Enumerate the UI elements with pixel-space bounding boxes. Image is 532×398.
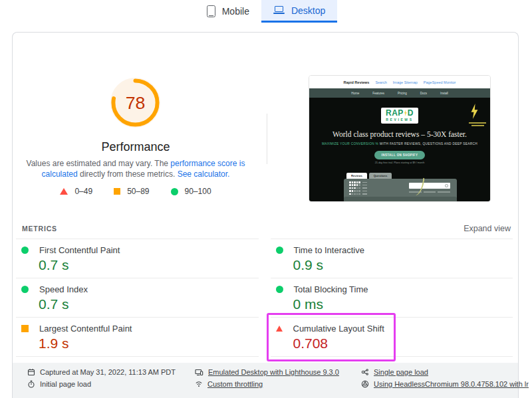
metric-cumulative-layout-shift: Cumulative Layout Shift 0.708 bbox=[271, 317, 513, 357]
logo-text: D bbox=[408, 109, 414, 117]
fail-triangle-icon bbox=[60, 188, 68, 195]
questions-tab: Questions bbox=[369, 173, 392, 179]
chromium-version-link[interactable]: Using HeadlessChromium 98.0.4758.102 wit… bbox=[374, 380, 529, 388]
thumb-link: Image Sitemap bbox=[393, 80, 418, 84]
captured-at-text: Captured at May 31, 2022, 11:13 AM PDT bbox=[40, 368, 176, 376]
metric-value: 1.9 s bbox=[39, 336, 253, 351]
pass-circle-icon bbox=[171, 188, 178, 195]
single-page-load: Single page load bbox=[361, 368, 529, 376]
metric-speed-index: Speed Index 0.7 s bbox=[16, 278, 259, 317]
star-histogram bbox=[349, 181, 367, 195]
score-legend: 0–49 50–89 90–100 bbox=[13, 187, 259, 196]
average-square-icon bbox=[114, 188, 120, 195]
metric-label: First Contentful Paint bbox=[39, 245, 120, 255]
see-calculator-link[interactable]: See calculator. bbox=[178, 169, 230, 179]
legend-range: 90–100 bbox=[185, 187, 211, 196]
reviews-widget: Reviews Questions bbox=[344, 173, 457, 199]
thumb-navbar: Home Features Pricing Docs Install bbox=[309, 88, 490, 98]
performance-description: Values are estimated and may vary. The p… bbox=[23, 158, 249, 179]
trial-note: 21-day free trial. Plans starting at $9 … bbox=[309, 161, 490, 164]
thumb-link: PageSpeed Monitor bbox=[424, 80, 456, 84]
description-text: Values are estimated and may vary. The bbox=[27, 159, 171, 168]
average-square-icon bbox=[21, 325, 29, 332]
tab-desktop-label: Desktop bbox=[291, 5, 325, 16]
thumb-hero: RAPD REVIEWS World class product reviews… bbox=[309, 98, 490, 202]
custom-throttling-link[interactable]: Custom throttling bbox=[207, 380, 263, 388]
emulated-desktop-icon bbox=[195, 368, 203, 376]
description-text: directly from these metrics. bbox=[78, 169, 178, 179]
thumb-link: Search bbox=[375, 80, 386, 84]
emulated-desktop: Emulated Desktop with Lighthouse 9.3.0 bbox=[195, 368, 361, 376]
rapid-reviews-logo: RAPD REVIEWS bbox=[381, 108, 418, 124]
pass-circle-icon bbox=[276, 247, 283, 254]
metric-largest-contentful-paint: Largest Contentful Paint 1.9 s bbox=[16, 317, 259, 357]
metric-label: Total Blocking Time bbox=[294, 284, 368, 294]
single-page-load-link[interactable]: Single page load bbox=[374, 368, 428, 376]
expand-view-link[interactable]: Expand view bbox=[464, 224, 511, 233]
custom-throttling: Custom throttling bbox=[195, 380, 361, 388]
magnifier-icon bbox=[445, 184, 448, 187]
calendar-icon bbox=[27, 368, 35, 376]
thumb-nav-link: Features bbox=[372, 92, 384, 95]
metrics-grid: First Contentful Paint 0.7 s Time to Int… bbox=[16, 239, 513, 357]
pass-circle-icon bbox=[21, 247, 29, 254]
site-screenshot-thumbnail: Rapid Reviews Search Image Sitemap PageS… bbox=[309, 75, 491, 202]
metric-value: 0.7 s bbox=[39, 257, 253, 273]
run-info-footer: Captured at May 31, 2022, 11:13 AM PDT E… bbox=[13, 363, 518, 398]
mobile-phone-icon bbox=[207, 5, 215, 17]
device-tabs: Mobile Desktop bbox=[0, 0, 532, 23]
metric-label: Time to Interactive bbox=[294, 245, 364, 255]
tab-mobile[interactable]: Mobile bbox=[195, 0, 261, 23]
thumb-subheadline: MAXIMIZE YOUR CONVERSION % WITH FASTER R… bbox=[309, 142, 490, 146]
stopwatch-icon bbox=[27, 380, 35, 388]
throttling-icon bbox=[195, 380, 203, 388]
thumb-topbar: Rapid Reviews Search Image Sitemap PageS… bbox=[309, 76, 490, 88]
tab-desktop[interactable]: Desktop bbox=[261, 0, 337, 23]
thumb-nav-link: Docs bbox=[420, 92, 427, 95]
legend-average: 50–89 bbox=[114, 187, 149, 196]
metrics-heading: METRICS bbox=[22, 225, 57, 233]
annotation-scribble bbox=[471, 125, 484, 126]
legend-fail: 0–49 bbox=[60, 187, 92, 196]
legend-pass: 90–100 bbox=[171, 187, 211, 196]
pagespeed-report: Mobile Desktop 78 Performance Values are… bbox=[0, 0, 532, 398]
metric-time-to-interactive: Time to Interactive 0.9 s bbox=[271, 239, 513, 278]
thumb-nav-link: Install bbox=[440, 92, 448, 95]
emulated-desktop-link[interactable]: Emulated Desktop with Lighthouse 9.3.0 bbox=[208, 368, 339, 376]
logo-bolt-icon bbox=[404, 110, 407, 116]
subheadline-rest: WITH FASTER REVIEWS, QUESTIONS AND DEEP … bbox=[378, 142, 477, 146]
pass-circle-icon bbox=[276, 286, 283, 293]
chromium-icon bbox=[361, 380, 369, 388]
desktop-laptop-icon bbox=[273, 6, 285, 15]
logo-subtext: REVIEWS bbox=[386, 118, 414, 122]
performance-title: Performance bbox=[13, 140, 259, 154]
tab-mobile-label: Mobile bbox=[222, 6, 249, 17]
chromium-version: Using HeadlessChromium 98.0.4758.102 wit… bbox=[361, 380, 529, 388]
second-panel bbox=[344, 197, 457, 202]
lightning-bolt-icon bbox=[470, 104, 479, 119]
legend-range: 50–89 bbox=[127, 187, 149, 196]
metric-value: 0 ms bbox=[293, 296, 508, 312]
fail-triangle-icon bbox=[276, 326, 283, 332]
initial-page-load: Initial page load bbox=[27, 380, 195, 388]
metric-label: Cumulative Layout Shift bbox=[293, 324, 384, 334]
metric-label: Speed Index bbox=[39, 284, 88, 294]
metric-value: 0.7 s bbox=[39, 296, 253, 312]
report-card: 78 Performance Values are estimated and … bbox=[12, 32, 519, 398]
logo-text: RAP bbox=[386, 109, 404, 117]
metric-first-contentful-paint: First Contentful Paint 0.7 s bbox=[16, 239, 259, 278]
subheadline-highlight: MAXIMIZE YOUR CONVERSION % bbox=[322, 142, 378, 146]
thumb-headline: World class product reviews – 5-30X fast… bbox=[309, 130, 490, 138]
page-load-icon bbox=[361, 368, 369, 376]
annotation-scribble bbox=[469, 122, 486, 124]
reviews-tab: Reviews bbox=[346, 173, 367, 179]
initial-page-load-text: Initial page load bbox=[40, 380, 91, 388]
pass-circle-icon bbox=[21, 286, 29, 293]
captured-at: Captured at May 31, 2022, 11:13 AM PDT bbox=[27, 368, 195, 376]
performance-gauge: 78 bbox=[109, 76, 162, 129]
metric-value: 0.9 s bbox=[293, 257, 508, 273]
thumb-nav-link: Pricing bbox=[398, 92, 407, 95]
metric-value: 0.708 bbox=[293, 336, 508, 351]
metric-label: Largest Contentful Paint bbox=[39, 324, 132, 334]
install-shopify-button: INSTALL ON SHOPIFY bbox=[374, 151, 426, 159]
